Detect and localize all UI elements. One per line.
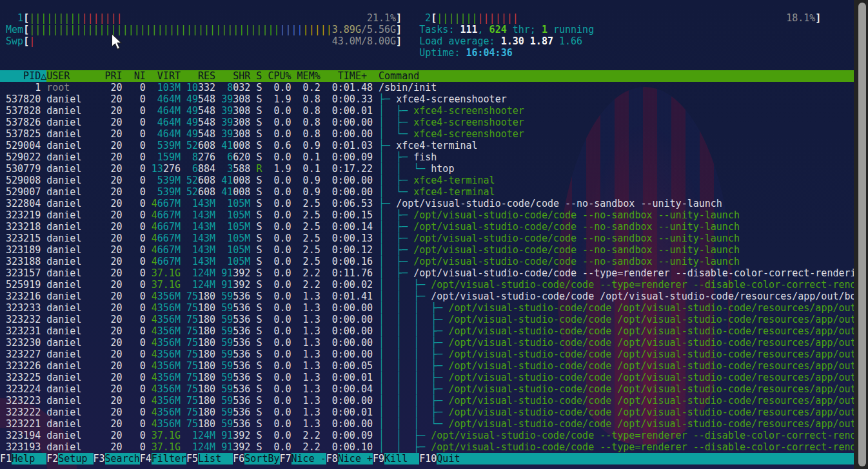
cell-ni: 0	[128, 267, 152, 279]
process-row[interactable]: 323224 daniel 20 0 4356M 75180 59536 S 0…	[0, 383, 854, 395]
column-header-pid[interactable]: PID△	[0, 70, 46, 82]
cell-ni: 0	[128, 279, 152, 291]
fkey-f2-key[interactable]: F2	[46, 453, 58, 464]
process-row[interactable]: 537820 daniel 20 0 464M 49548 39308 S 1.…	[0, 93, 854, 105]
cell-shr: 59	[221, 291, 233, 302]
process-row[interactable]: 323230 daniel 20 0 4356M 75180 59536 S 0…	[0, 337, 854, 349]
tree-branch-glyphs: │ ├─	[379, 233, 413, 244]
process-row[interactable]: 323222 daniel 20 0 4356M 75180 59536 S 0…	[0, 407, 854, 418]
cell-pri: 20	[105, 418, 128, 430]
process-row[interactable]: 1 root 20 0 103M 10332 8032 S 0.0 0.2 0:…	[0, 82, 854, 93]
process-row[interactable]: 322804 daniel 20 0 4667M 143M 105M S 0.0…	[0, 198, 854, 209]
cell-state: S	[256, 291, 268, 302]
fkey-f6-label[interactable]: SortBy	[244, 453, 279, 464]
cell-shr: 308	[233, 93, 250, 105]
cell-time: 0:00.00	[326, 314, 379, 325]
cell-time: 0:00.00	[326, 337, 379, 349]
fkey-f4-key[interactable]: F4	[140, 453, 152, 464]
cell-ni: 0	[128, 441, 152, 453]
cell-virt: 356M	[157, 383, 181, 395]
cell-ni: 0	[128, 349, 152, 360]
fkey-f4-label[interactable]: Filter	[152, 453, 186, 464]
cell-user: daniel	[46, 407, 104, 418]
fkey-f7-label[interactable]: Nice -	[291, 453, 326, 464]
cell-pid: 323221	[0, 418, 46, 430]
cell-shr: 41	[221, 175, 233, 186]
process-row[interactable]: 530779 daniel 20 0 13276 6884 3588 R 1.9…	[0, 163, 854, 175]
process-row[interactable]: 323216 daniel 20 0 4356M 75180 59536 S 0…	[0, 291, 854, 302]
process-row[interactable]: 323218 daniel 20 0 4667M 143M 105M S 0.0…	[0, 221, 854, 233]
cell-command: xfce4-screenshooter	[413, 128, 524, 140]
process-row[interactable]: 323189 daniel 20 0 4667M 143M 105M S 0.0…	[0, 244, 854, 256]
cell-user: daniel	[46, 418, 104, 430]
cell-user: daniel	[46, 140, 104, 151]
scrollbar-thumb[interactable]	[858, 3, 866, 466]
tree-branch-glyphs: │ ├─	[379, 175, 413, 186]
cell-virt: 4	[152, 233, 157, 244]
process-row[interactable]: 323232 daniel 20 0 4356M 75180 59536 S 0…	[0, 314, 854, 325]
process-row[interactable]: 323193 daniel 20 0 37.1G 124M 91392 S 0.…	[0, 441, 854, 453]
fkey-f7-key[interactable]: F7	[280, 453, 291, 464]
cell-res: 180	[198, 349, 215, 360]
load-5min: 1.87	[530, 35, 559, 47]
fkey-f8-label[interactable]: Nice +	[338, 453, 373, 464]
process-row[interactable]: 537825 daniel 20 0 464M 49548 39308 S 0.…	[0, 128, 854, 140]
function-key-bar: F1Help F2Setup F3SearchF4FilterF5List F6…	[0, 453, 854, 464]
fkey-f1-label[interactable]: Help	[12, 453, 46, 464]
process-row[interactable]: 323233 daniel 20 0 4356M 75180 59536 S 0…	[0, 302, 854, 314]
fkey-f2-label[interactable]: Setup	[58, 453, 93, 464]
process-row[interactable]: 525919 daniel 20 0 37.1G 124M 91392 S 0.…	[0, 279, 854, 291]
fkey-f3-label[interactable]: Search	[105, 453, 140, 464]
cell-pri: 20	[105, 140, 128, 151]
cell-res: 608	[198, 140, 215, 151]
process-row[interactable]: 529004 daniel 20 0 539M 52608 41008 S 0.…	[0, 140, 854, 151]
cell-virt: 667M	[157, 244, 181, 256]
process-row[interactable]: 323226 daniel 20 0 4356M 75180 59536 S 0…	[0, 360, 854, 372]
process-row[interactable]: 537828 daniel 20 0 464M 49548 39308 S 0.…	[0, 105, 854, 117]
process-row[interactable]: 323215 daniel 20 0 4667M 143M 105M S 0.0…	[0, 233, 854, 244]
process-row[interactable]: 323223 daniel 20 0 4356M 75180 59536 S 0…	[0, 395, 854, 407]
fkey-f9-label[interactable]: Kill	[384, 453, 419, 464]
fkey-f6-key[interactable]: F6	[233, 453, 244, 464]
process-row[interactable]: 323231 daniel 20 0 4356M 75180 59536 S 0…	[0, 325, 854, 337]
swap-bracket-close: ]	[396, 35, 402, 47]
fkey-f10-label[interactable]: Quit	[437, 453, 471, 464]
cell-ni: 0	[128, 117, 152, 128]
process-row[interactable]: 323225 daniel 20 0 4356M 75180 59536 S 0…	[0, 372, 854, 383]
process-row[interactable]: 323219 daniel 20 0 4667M 143M 105M S 0.0…	[0, 209, 854, 221]
fkey-f10-key[interactable]: F10	[419, 453, 437, 464]
tree-branch-glyphs: │ │ │ ├─	[379, 302, 448, 314]
cell-shr: 59	[221, 407, 233, 418]
cell-virt: 356M	[157, 418, 181, 430]
cell-ni: 0	[128, 325, 152, 337]
cell-res: 10	[186, 82, 198, 93]
tree-branch-glyphs: │ ├─	[379, 105, 413, 117]
cell-ni: 0	[128, 244, 152, 256]
cell-mem-percent: 0.2	[297, 82, 326, 93]
cell-res: 276	[198, 151, 215, 163]
process-row[interactable]: 529008 daniel 20 0 539M 52608 41008 S 0.…	[0, 175, 854, 186]
process-row[interactable]: 323227 daniel 20 0 4356M 75180 59536 S 0…	[0, 349, 854, 360]
cpu1-green-bars: |||||||||	[29, 12, 81, 24]
fkey-f8-key[interactable]: F8	[326, 453, 338, 464]
process-row[interactable]: 323188 daniel 20 0 4667M 143M 105M S 0.0…	[0, 256, 854, 267]
fkey-f1-key[interactable]: F1	[0, 453, 12, 464]
table-header-columns[interactable]: USER PRI NI VIRT RES SHR S CPU% MEM% TIM…	[46, 70, 854, 82]
process-row[interactable]: 323221 daniel 20 0 4356M 75180 59536 S 0…	[0, 418, 854, 430]
cell-virt: 4	[152, 360, 157, 372]
cell-cpu-percent: 1.9	[268, 163, 297, 175]
cell-res: 75	[186, 325, 198, 337]
scrollbar-track[interactable]	[854, 0, 868, 469]
cell-ni: 0	[128, 233, 152, 244]
fkey-f5-label[interactable]: List	[198, 453, 233, 464]
process-row[interactable]: 323157 daniel 20 0 37.1G 124M 91392 S 0.…	[0, 267, 854, 279]
fkey-f9-key[interactable]: F9	[373, 453, 384, 464]
fkey-f5-key[interactable]: F5	[186, 453, 198, 464]
process-row[interactable]: 529007 daniel 20 0 539M 52608 41008 S 0.…	[0, 186, 854, 198]
process-row[interactable]: 537826 daniel 20 0 464M 49548 39308 S 0.…	[0, 117, 854, 128]
fkey-f3-key[interactable]: F3	[94, 453, 105, 464]
cell-virt: 4	[152, 314, 157, 325]
process-row[interactable]: 529022 daniel 20 0 159M 8276 6620 S 0.0 …	[0, 151, 854, 163]
process-row[interactable]: 323194 daniel 20 0 37.1G 124M 91392 S 0.…	[0, 430, 854, 441]
cell-virt: 464M	[152, 93, 181, 105]
